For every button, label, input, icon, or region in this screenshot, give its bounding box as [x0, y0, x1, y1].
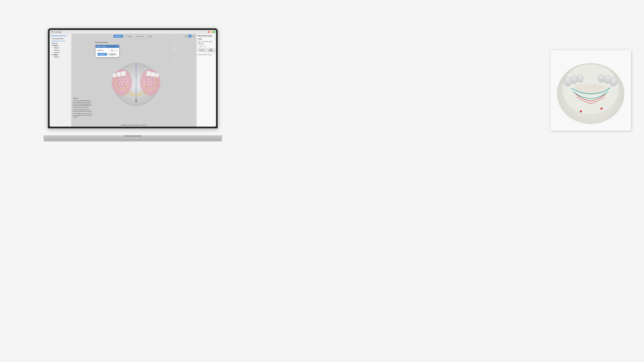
svg-point-7 — [121, 79, 122, 81]
refractory-label: Refractory Model — [95, 41, 108, 43]
screen-bezel: RPD Design 20200916044310017 Working Mod… — [48, 28, 218, 128]
finalize-button[interactable]: Finalize — [146, 35, 154, 38]
maximize-button[interactable] — [213, 31, 215, 33]
thickness-row: Thickness mm — [97, 49, 118, 51]
dental-model-svg — [106, 50, 166, 111]
sidebar-major-group: ▼ Major Major1 — [52, 54, 70, 58]
svg-point-39 — [576, 74, 584, 82]
close-button[interactable] — [208, 31, 210, 33]
svg-point-42 — [598, 74, 605, 82]
minimize-button[interactable] — [210, 31, 212, 33]
status-bar: Adjusting the plan of major connection — [121, 124, 147, 126]
svg-point-26 — [152, 85, 154, 86]
sidebar-retro2[interactable]: Retro2 — [52, 49, 70, 51]
sidebar-retro-group: ▼ Retro Retro1 Retro2 Retro3 — [52, 45, 70, 54]
icon-2[interactable]: ⊗ — [173, 42, 176, 45]
confirm-button[interactable]: Confirm — [98, 53, 107, 56]
open-window-button[interactable]: Open Window — [206, 48, 215, 52]
sidebar-retro[interactable]: ▼ Retro — [52, 45, 70, 46]
cancel-button[interactable]: Cancel — [108, 53, 117, 56]
svg-point-8 — [124, 79, 126, 81]
workflow-button[interactable]: Workflow — [114, 35, 123, 38]
app-content: 20200916044310017 Working Model Refracto… — [50, 34, 216, 127]
thickness-unit: mm — [116, 50, 118, 51]
app-title: RPD Design — [51, 31, 62, 33]
dialog-title: Major Findings — [96, 46, 106, 47]
svg-point-21 — [146, 83, 147, 84]
svg-rect-43 — [580, 110, 582, 112]
svg-rect-31 — [151, 72, 155, 77]
major-connection-label: Major connection design — [198, 41, 215, 42]
sidebar-retro3[interactable]: Retro3 — [52, 51, 70, 54]
svg-rect-32 — [146, 71, 151, 76]
icon-7[interactable]: ● — [173, 60, 176, 62]
svg-point-3 — [117, 77, 118, 79]
playback-bar: ⏮ 👁 ⏭ — [184, 34, 196, 38]
sidebar-working-model[interactable]: Working Model — [50, 37, 70, 40]
prev-button[interactable]: ⏮ — [184, 34, 188, 38]
sidebar-major[interactable]: ▼ Major — [52, 54, 70, 56]
svg-point-15 — [146, 77, 147, 79]
thickness-input[interactable] — [109, 49, 115, 51]
model-area — [76, 38, 196, 122]
eye-button[interactable]: 👁 — [188, 34, 192, 38]
svg-point-9 — [117, 83, 118, 84]
thickness-label: Thickness — [97, 50, 104, 51]
sidebar-major1[interactable]: Major1 — [52, 56, 70, 58]
icon-3[interactable]: ⊙ — [173, 46, 176, 48]
dialog-content: Thickness mm Confirm Cancel — [96, 48, 119, 57]
drawing-button[interactable]: Drawing — [198, 48, 206, 52]
prompt-title: - Prompt - — [73, 98, 92, 99]
svg-rect-28 — [117, 72, 121, 77]
project-id[interactable]: 20200916044310017 — [50, 35, 70, 37]
svg-point-24 — [146, 85, 148, 87]
laptop-screen: RPD Design 20200916044310017 Working Mod… — [50, 30, 216, 127]
laptop-base — [44, 135, 222, 141]
panel-thickness-input[interactable] — [198, 45, 204, 47]
recommended-theme-label: Recommended Theme — [198, 54, 215, 55]
svg-point-25 — [150, 85, 151, 87]
pre-design-button[interactable]: Pre-design — [124, 35, 134, 38]
icon-4[interactable]: ≡ — [173, 49, 176, 52]
prompt-line-1: 1. To ensure adequate strength of major … — [73, 100, 92, 108]
svg-point-19 — [150, 79, 151, 81]
panel-btn-row: Drawing Open Window — [198, 48, 215, 52]
left-sidebar: 20200916044310017 Working Model Refracto… — [50, 34, 72, 127]
dialog-close-button[interactable]: ✕ — [117, 45, 118, 47]
icon-5[interactable]: ⊞ — [173, 53, 176, 55]
dialog-buttons: Confirm Cancel — [97, 53, 118, 56]
svg-point-22 — [148, 82, 150, 84]
top-toolbar: Workflow Pre-design Framework Finalize — [114, 35, 154, 38]
framework-button[interactable]: Framework — [134, 35, 145, 38]
svg-rect-29 — [121, 71, 126, 76]
svg-point-20 — [152, 79, 154, 81]
sidebar-refractory-model[interactable]: Refractory Model — [50, 40, 70, 42]
laptop-device: RPD Design 20200916044310017 Working Mod… — [44, 28, 222, 141]
svg-point-41 — [604, 75, 611, 84]
icon-6[interactable]: ⊟ — [173, 56, 176, 59]
right-icon-bar: ⊕ ⊗ ⊙ ≡ ⊞ ⊟ ● — [173, 38, 176, 127]
dialog-box: Major Findings ✕ Thickness mm — [95, 45, 119, 57]
sidebar-retro1[interactable]: Retro1 — [52, 46, 70, 49]
icon-1[interactable]: ⊕ — [173, 39, 176, 41]
next-button[interactable]: ⏭ — [192, 34, 196, 38]
sidebar-rpd[interactable]: RPD(1) — [50, 42, 70, 45]
svg-point-12 — [118, 85, 120, 87]
svg-rect-44 — [600, 108, 603, 109]
prompt-box: - Prompt - 1. To ensure adequate strengt… — [73, 98, 92, 118]
title-bar: RPD Design — [50, 30, 216, 34]
panel-thickness-row: mm — [198, 45, 215, 47]
prompt-line-2: 2. Expose the gingiva as far as possible… — [73, 109, 92, 112]
thickness-input-group: mm — [109, 49, 118, 51]
thickness-panel-label: Thickness — [198, 43, 215, 44]
major-findings-dialog: Major Findings ✕ Thickness mm — [95, 45, 119, 57]
right-panel-title: RPD Body Design — [198, 35, 215, 37]
svg-point-34 — [135, 100, 137, 101]
right-panel: RPD Body Design Major Major connection d… — [196, 34, 216, 127]
window-controls — [208, 31, 215, 33]
svg-point-23 — [152, 82, 153, 84]
cast-background — [550, 50, 631, 130]
panel-thickness-unit: mm — [204, 45, 206, 47]
dialog-title-bar: Major Findings ✕ — [96, 45, 119, 48]
major-dropdown[interactable]: Major — [198, 38, 215, 40]
